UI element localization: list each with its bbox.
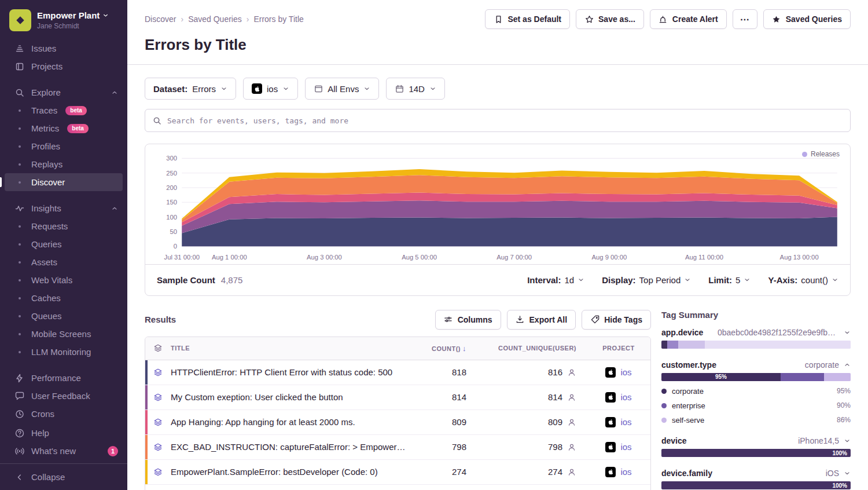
- main-content: Discover › Saved Queries › Errors by Tit…: [127, 0, 868, 490]
- tag-header[interactable]: app.device0baebc0de4982f1255f2e9e9fb7…: [661, 328, 851, 337]
- ellipsis-icon: ⋯: [740, 14, 750, 25]
- sidebar-item-projects[interactable]: Projects: [0, 57, 127, 75]
- sidebar-item-caches[interactable]: Caches: [0, 289, 127, 307]
- sidebar-item-queries[interactable]: Queries: [0, 235, 127, 253]
- error-title-link[interactable]: EXC_BAD_INSTRUCTION: captureFatalError: …: [171, 442, 413, 452]
- tag-header[interactable]: customer.typecorporate: [661, 360, 851, 370]
- series-color-bar: [145, 410, 148, 434]
- sidebar-item-crons[interactable]: Crons: [0, 405, 127, 423]
- tag-distribution-bar[interactable]: 100%: [661, 481, 851, 489]
- sidebar-item-queues[interactable]: Queues: [0, 307, 127, 325]
- column-header-count[interactable]: COUNT()↓: [413, 344, 477, 353]
- table-row[interactable]: App Hanging: App hanging for at least 20…: [145, 410, 650, 435]
- table-row[interactable]: EXC_BAD_INSTRUCTION: captureFatalError: …: [145, 435, 650, 460]
- chevron-down-icon: [282, 85, 289, 92]
- dataset-selector[interactable]: Dataset: Errors: [145, 78, 236, 100]
- error-title-link[interactable]: App Hanging: App hanging for at least 20…: [171, 417, 413, 427]
- sidebar-item-discover[interactable]: Discover: [5, 173, 123, 191]
- column-header-title[interactable]: TITLE: [171, 345, 413, 352]
- project-link[interactable]: ios: [587, 467, 650, 477]
- bullet-icon: [15, 330, 24, 339]
- tag-block-device: deviceiPhone14,5100%: [661, 436, 851, 457]
- chart-legend[interactable]: Releases: [802, 150, 840, 158]
- project-link[interactable]: ios: [587, 392, 650, 403]
- sidebar-section-explore[interactable]: Explore: [0, 83, 127, 101]
- sidebar-item-profiles[interactable]: Profiles: [0, 137, 127, 155]
- sidebar-item-replays[interactable]: Replays: [0, 155, 127, 173]
- tag-legend-item[interactable]: self-serve86%: [661, 416, 851, 425]
- chart-control-interval[interactable]: Interval:1d: [527, 275, 584, 285]
- count-value: 818: [413, 367, 477, 377]
- table-row[interactable]: EmpowerPlant.SampleError: bestDeveloper …: [145, 460, 650, 485]
- errors-area-chart[interactable]: 050100150200250300Jul 31 00:00Aug 1 00:0…: [155, 150, 841, 264]
- sidebar-item-requests[interactable]: Requests: [0, 217, 127, 235]
- column-header-count-unique[interactable]: COUNT_UNIQUE(USER): [477, 345, 587, 352]
- error-title-link[interactable]: HTTPClientError: HTTP Client Error with …: [171, 367, 413, 377]
- tag-distribution-bar[interactable]: 95%: [661, 373, 851, 381]
- chevron-down-icon: [102, 12, 109, 19]
- set-as-default-button[interactable]: Set as Default: [485, 9, 570, 29]
- error-title-link[interactable]: EmpowerPlant.SampleError: bestDeveloper …: [171, 467, 413, 477]
- breadcrumb-discover[interactable]: Discover: [145, 14, 176, 24]
- error-title-link[interactable]: My Custom exeption: User clicked the but…: [171, 392, 413, 402]
- stack-icon: [153, 393, 163, 402]
- project-link[interactable]: ios: [587, 367, 650, 378]
- sidebar-item-performance[interactable]: Performance: [0, 369, 127, 387]
- sidebar-item-llm-monitoring[interactable]: LLM Monitoring: [0, 343, 127, 361]
- project-link[interactable]: ios: [587, 417, 650, 427]
- tag-name: device.family: [661, 469, 712, 478]
- export-all-button[interactable]: Export All: [507, 310, 576, 330]
- org-switcher[interactable]: Empower Plant Jane Schmidt: [0, 0, 127, 39]
- save-as-button[interactable]: Save as...: [576, 9, 644, 29]
- sidebar-item-web-vitals[interactable]: Web Vitals: [0, 271, 127, 289]
- column-header-project[interactable]: PROJECT: [587, 345, 650, 352]
- tag-distribution-bar[interactable]: [661, 341, 851, 349]
- sidebar-item-assets[interactable]: Assets: [0, 253, 127, 271]
- tag-segment: [781, 373, 824, 381]
- count-unique-value: 816: [548, 367, 562, 377]
- series-color-bar: [145, 435, 148, 459]
- chart-control-display[interactable]: Display:Top Period: [602, 275, 691, 285]
- chevron-down-icon: [744, 276, 751, 283]
- tag-legend-item[interactable]: enterprise90%: [661, 401, 851, 410]
- environment-selector[interactable]: All Envs: [305, 78, 379, 100]
- dataset-value: Errors: [192, 84, 216, 94]
- create-alert-button[interactable]: Create Alert: [650, 9, 727, 29]
- sidebar-collapse[interactable]: Collapse: [0, 463, 127, 490]
- sidebar-item-metrics[interactable]: Metricsbeta: [0, 119, 127, 137]
- sidebar-item-mobile-screens[interactable]: Mobile Screens: [0, 325, 127, 343]
- sidebar-item-issues[interactable]: Issues: [0, 39, 127, 57]
- tag-header[interactable]: device.familyiOS: [661, 469, 851, 478]
- ios-app-icon: [252, 83, 262, 94]
- tag-legend-item[interactable]: corporate95%: [661, 387, 851, 396]
- sidebar-item-what-s-new[interactable]: What's new1: [0, 442, 127, 460]
- sidebar-item-label: Replays: [31, 159, 62, 169]
- chart-control-limit[interactable]: Limit:5: [708, 275, 751, 285]
- search-input[interactable]: [167, 116, 843, 125]
- chevron-down-icon: [844, 329, 851, 336]
- stack-icon: [153, 443, 163, 452]
- project-link[interactable]: ios: [587, 442, 650, 452]
- table-row[interactable]: HTTPClientError: HTTP Client Error with …: [145, 360, 650, 385]
- sidebar-item-help[interactable]: Help: [0, 424, 127, 442]
- tag-segment: [661, 481, 851, 489]
- user-name: Jane Schmidt: [37, 22, 109, 30]
- table-row[interactable]: My Custom exeption: User clicked the but…: [145, 385, 650, 410]
- chevron-down-icon: [578, 276, 584, 283]
- columns-button[interactable]: Columns: [435, 310, 501, 330]
- date-range-selector[interactable]: 14D: [386, 78, 445, 100]
- sidebar-item-user-feedback[interactable]: User Feedback: [0, 387, 127, 405]
- sidebar-section-insights[interactable]: Insights: [0, 199, 127, 217]
- saved-queries-button[interactable]: Saved Queries: [763, 9, 851, 29]
- chart-control-y-axis[interactable]: Y-Axis:count(): [768, 275, 838, 285]
- tag-header[interactable]: deviceiPhone14,5: [661, 436, 851, 445]
- project-selector[interactable]: ios: [243, 78, 298, 100]
- sidebar-item-traces[interactable]: Tracesbeta: [0, 101, 127, 119]
- tag-icon: [590, 315, 599, 324]
- table-row[interactable]: EmpowerPlant.SampleError: happyCustomer …: [145, 485, 650, 490]
- hide-tags-button[interactable]: Hide Tags: [582, 310, 651, 330]
- breadcrumb-saved-queries[interactable]: Saved Queries: [188, 14, 242, 24]
- tag-distribution-bar[interactable]: 100%: [661, 449, 851, 457]
- x-tick-label: Aug 13 00:00: [780, 254, 819, 261]
- more-options-button[interactable]: ⋯: [733, 9, 757, 29]
